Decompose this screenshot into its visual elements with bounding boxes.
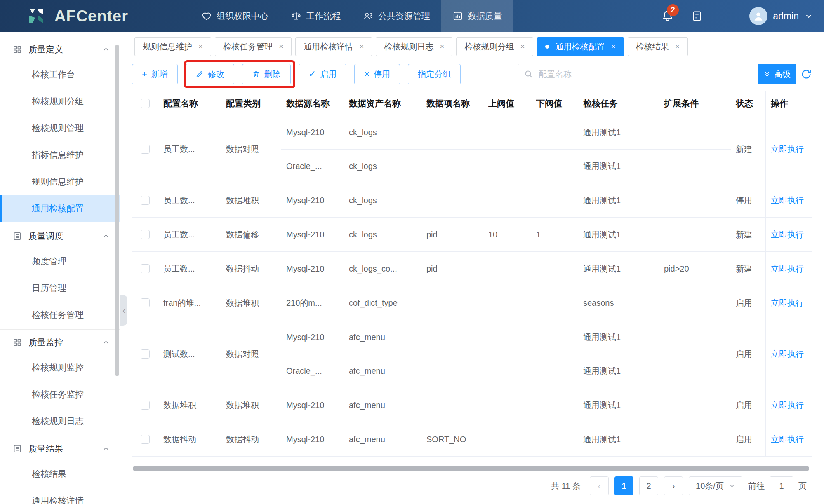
cell-lower: 1 <box>531 230 578 239</box>
chevron-down-icon <box>804 12 813 21</box>
cell-task: 通用测试1 <box>578 229 659 240</box>
assign-group-button[interactable]: 指定分组 <box>408 64 461 84</box>
row-checkbox[interactable] <box>141 401 150 410</box>
nav-item-label: 组织权限中心 <box>217 10 268 22</box>
tab-check-task-mgmt[interactable]: 检核任务管理× <box>215 37 292 56</box>
nav-item-data-quality[interactable]: 数据质量 <box>441 0 513 32</box>
tab-general-check-detail[interactable]: 通用检核详情× <box>295 37 372 56</box>
brand: AFCenter <box>26 5 128 27</box>
nav-item-public-resource[interactable]: 公共资源管理 <box>352 0 441 32</box>
button-label: 指定分组 <box>418 69 451 80</box>
cell-asset: cof_dict_type <box>344 298 421 308</box>
prev-page-button[interactable]: ‹ <box>590 476 609 495</box>
close-icon[interactable]: × <box>520 42 525 51</box>
page-size-select[interactable]: 10条/页 <box>689 476 742 495</box>
cell-status: 启用 <box>731 400 765 411</box>
nav-menu: 组织权限中心 工作流程 公共资源管理 <box>190 0 513 32</box>
goto-page-input[interactable] <box>770 476 793 495</box>
row-checkbox[interactable] <box>141 435 150 444</box>
sidebar-item-general-check-config[interactable]: 通用检核配置 <box>0 195 120 222</box>
execute-now-link[interactable]: 立即执行 <box>771 434 804 445</box>
magnifier-icon <box>524 69 534 79</box>
sidebar-group-quality-definition[interactable]: 质量定义 <box>0 38 120 61</box>
sidebar-item-label: 检核规则日志 <box>32 415 84 427</box>
sidebar-item-check-workbench[interactable]: 检核工作台 <box>0 61 120 88</box>
cell-asset: afc_menu <box>344 401 421 410</box>
sidebar-item-frequency-mgmt[interactable]: 频度管理 <box>0 248 120 274</box>
tab-check-rule-log[interactable]: 检核规则日志× <box>376 37 452 56</box>
execute-now-link[interactable]: 立即执行 <box>771 229 804 240</box>
document-icon[interactable] <box>691 10 703 22</box>
add-button[interactable]: + 新增 <box>132 64 178 84</box>
cell-task: 通用测试1 <box>578 434 659 445</box>
tab-check-result[interactable]: 检核结果× <box>628 37 688 56</box>
sidebar-item-check-task-mgmt[interactable]: 检核任务管理 <box>0 301 120 328</box>
row-checkbox[interactable] <box>141 264 150 273</box>
user-menu[interactable]: admin <box>749 7 813 25</box>
refresh-icon[interactable] <box>800 68 812 80</box>
sidebar-item-check-rule-log[interactable]: 检核规则日志 <box>0 408 120 434</box>
search-input[interactable] <box>518 64 758 84</box>
close-icon[interactable]: × <box>611 42 616 51</box>
tab-label: 检核规则分组 <box>464 41 514 52</box>
close-icon[interactable]: × <box>440 42 444 51</box>
row-checkbox[interactable] <box>141 298 150 307</box>
sidebar-item-check-rule-monitor[interactable]: 检核规则监控 <box>0 354 120 381</box>
disable-button[interactable]: × 停用 <box>354 64 400 84</box>
execute-now-link[interactable]: 立即执行 <box>771 349 804 360</box>
navbar-right: 2 admin <box>661 7 813 25</box>
cell-source: Oracle_... <box>281 366 344 376</box>
tab-general-check-config[interactable]: 通用检核配置× <box>537 37 624 56</box>
tab-rule-info[interactable]: 规则信息维护× <box>134 37 211 56</box>
sidebar-item-check-rule-mgmt[interactable]: 检核规则管理 <box>0 115 120 141</box>
row-checkbox[interactable] <box>141 230 150 239</box>
delete-button[interactable]: 删除 <box>242 64 291 84</box>
cell-config-type: 数据对照 <box>221 144 281 155</box>
next-page-button[interactable]: › <box>664 476 683 495</box>
horizontal-scrollbar-thumb[interactable] <box>133 466 809 471</box>
column-header-status: 状态 <box>731 91 765 115</box>
row-checkbox[interactable] <box>141 145 150 154</box>
row-checkbox[interactable] <box>141 196 150 205</box>
sidebar-item-check-task-monitor[interactable]: 检核任务监控 <box>0 381 120 408</box>
nav-item-workflow[interactable]: 工作流程 <box>280 0 352 32</box>
nav-item-label: 工作流程 <box>306 10 341 22</box>
execute-now-link[interactable]: 立即执行 <box>771 144 804 155</box>
execute-now-link[interactable]: 立即执行 <box>771 400 804 411</box>
edit-button[interactable]: 修改 <box>186 64 234 84</box>
page-button-1[interactable]: 1 <box>614 476 633 495</box>
execute-now-link[interactable]: 立即执行 <box>771 298 804 309</box>
page-button-2[interactable]: 2 <box>639 476 658 495</box>
sidebar-item-rule-info[interactable]: 规则信息维护 <box>0 168 120 195</box>
sidebar-collapse-handle[interactable]: ‹ <box>120 295 127 326</box>
close-icon[interactable]: × <box>279 42 283 51</box>
row-checkbox[interactable] <box>141 349 150 359</box>
sidebar-item-indicator-info[interactable]: 指标信息维护 <box>0 141 120 168</box>
close-icon[interactable]: × <box>675 42 680 51</box>
execute-now-link[interactable]: 立即执行 <box>771 263 804 274</box>
brand-name: AFCenter <box>54 7 128 25</box>
select-all-checkbox[interactable] <box>141 99 150 108</box>
data-table: 配置名称 配置类别 数据源名称 数据资产名称 数据项名称 上阀值 下阀值 检核任… <box>132 91 812 457</box>
sidebar-group-quality-schedule[interactable]: 质量调度 <box>0 225 120 248</box>
close-icon[interactable]: × <box>359 42 364 51</box>
nav-item-org-permission[interactable]: 组织权限中心 <box>190 0 280 32</box>
sidebar-item-check-result[interactable]: 检核结果 <box>0 460 120 487</box>
tab-label: 检核结果 <box>636 41 669 52</box>
sidebar-item-check-rule-group[interactable]: 检核规则分组 <box>0 88 120 115</box>
advanced-search-button[interactable]: 高级 <box>758 64 796 84</box>
cell-config-type: 数据堆积 <box>221 195 281 206</box>
close-icon[interactable]: × <box>198 42 203 51</box>
notification-button[interactable]: 2 <box>661 9 675 23</box>
tab-check-rule-group[interactable]: 检核规则分组× <box>456 37 533 56</box>
button-label: 高级 <box>774 69 791 80</box>
pencil-icon <box>195 70 204 78</box>
execute-now-link[interactable]: 立即执行 <box>771 195 804 206</box>
sidebar-group-quality-result[interactable]: 质量结果 <box>0 437 120 460</box>
sidebar-item-general-check-detail[interactable]: 通用检核详情 <box>0 487 120 504</box>
sidebar-group-quality-monitor[interactable]: 质量监控 <box>0 331 120 354</box>
cell-config-name: fran的堆... <box>158 298 221 309</box>
enable-button[interactable]: ✓ 启用 <box>299 64 346 84</box>
sidebar-item-calendar-mgmt[interactable]: 日历管理 <box>0 274 120 301</box>
sidebar-scrollbar[interactable] <box>115 45 119 376</box>
